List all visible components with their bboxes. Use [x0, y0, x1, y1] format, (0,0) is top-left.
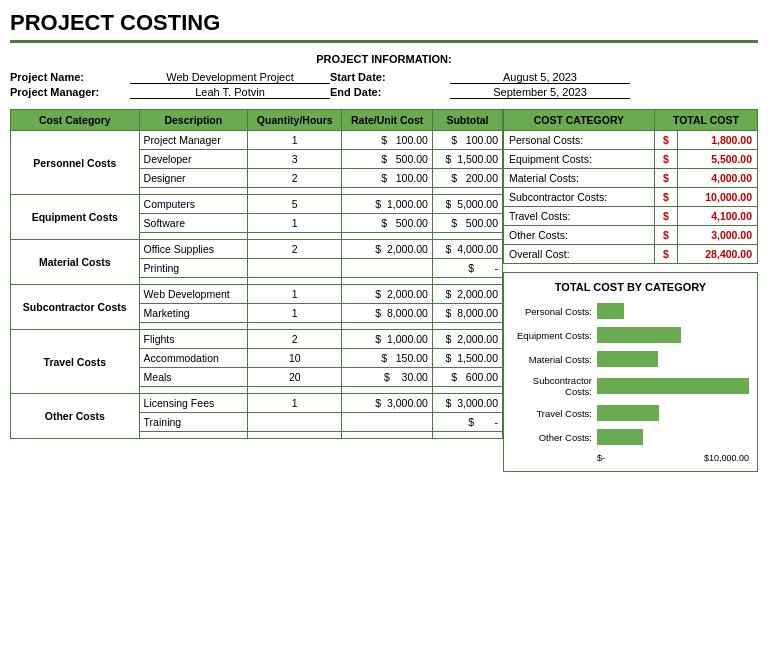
chart-bar-bg — [597, 351, 749, 367]
summary-label: Equipment Costs: — [504, 150, 655, 169]
summary-dollar: $ — [654, 207, 677, 226]
rate-cell — [342, 323, 432, 330]
summary-row-material: Material Costs: $ 4,000.00 — [504, 169, 758, 188]
axis-max: $10,000.00 — [704, 453, 749, 463]
summary-value: 4,000.00 — [678, 169, 758, 188]
summary-value: 10,000.00 — [678, 188, 758, 207]
subtotal-cell: $ 4,000.00 — [432, 240, 502, 259]
qty-cell — [248, 432, 342, 439]
chart-bar-label: Travel Costs: — [512, 408, 592, 419]
rate-cell: $ 500.00 — [342, 150, 432, 169]
summary-value: 3,000.00 — [678, 226, 758, 245]
axis-min: $- — [597, 453, 605, 463]
desc-cell — [139, 323, 247, 330]
desc-cell: Office Supplies — [139, 240, 247, 259]
cost-table: Cost Category Description Quantity/Hours… — [10, 109, 503, 439]
summary-dollar: $ — [654, 150, 677, 169]
desc-cell: Meals — [139, 368, 247, 387]
summary-value: 4,100.00 — [678, 207, 758, 226]
chart-bar-label: Equipment Costs: — [512, 330, 592, 341]
page-title: PROJECT COSTING — [10, 10, 758, 43]
rate-cell: $ 8,000.00 — [342, 304, 432, 323]
table-row: Material Costs Office Supplies 2 $ 2,000… — [11, 240, 503, 259]
qty-cell: 1 — [248, 304, 342, 323]
summary-row-other: Other Costs: $ 3,000.00 — [504, 226, 758, 245]
summary-row-travel: Travel Costs: $ 4,100.00 — [504, 207, 758, 226]
qty-cell: 10 — [248, 349, 342, 368]
chart-bar-row: Travel Costs: — [512, 405, 749, 421]
main-layout: Cost Category Description Quantity/Hours… — [10, 109, 758, 472]
rate-cell — [342, 278, 432, 285]
rate-cell: $ 100.00 — [342, 169, 432, 188]
end-date-value: September 5, 2023 — [450, 86, 630, 99]
qty-cell — [248, 188, 342, 195]
qty-cell — [248, 278, 342, 285]
category-subcontractor: Subcontractor Costs — [11, 285, 140, 330]
desc-cell — [139, 432, 247, 439]
summary-dollar: $ — [654, 188, 677, 207]
desc-cell — [139, 387, 247, 394]
rate-cell: $ 3,000.00 — [342, 394, 432, 413]
rate-cell: $ 30.00 — [342, 368, 432, 387]
qty-cell — [248, 233, 342, 240]
project-info-title: PROJECT INFORMATION: — [10, 53, 758, 65]
desc-cell: Designer — [139, 169, 247, 188]
summary-row-overall: Overall Cost: $ 28,400.00 — [504, 245, 758, 264]
desc-cell: Computers — [139, 195, 247, 214]
qty-cell: 2 — [248, 240, 342, 259]
end-date-label: End Date: — [330, 86, 450, 99]
chart-bar-label: Other Costs: — [512, 432, 592, 443]
right-section: COST CATEGORY TOTAL COST Personal Costs:… — [503, 109, 758, 472]
subtotal-cell: $ - — [432, 259, 502, 278]
subtotal-cell: $ 600.00 — [432, 368, 502, 387]
subtotal-cell: $ 5,000.00 — [432, 195, 502, 214]
category-personnel: Personnel Costs — [11, 131, 140, 195]
subtotal-cell: $ 2,000.00 — [432, 330, 502, 349]
project-name-value: Web Development Project — [130, 71, 330, 84]
table-row: Subcontractor Costs Web Development 1 $ … — [11, 285, 503, 304]
desc-cell — [139, 233, 247, 240]
category-other: Other Costs — [11, 394, 140, 439]
desc-cell: Project Manager — [139, 131, 247, 150]
summary-label: Subcontractor Costs: — [504, 188, 655, 207]
rate-cell: $ 2,000.00 — [342, 240, 432, 259]
subtotal-cell: $ 2,000.00 — [432, 285, 502, 304]
summary-row-personal: Personal Costs: $ 1,800.00 — [504, 131, 758, 150]
overall-label: Overall Cost: — [504, 245, 655, 264]
summary-label: Other Costs: — [504, 226, 655, 245]
desc-cell: Software — [139, 214, 247, 233]
chart-bar-row: Subcontractor Costs: — [512, 375, 749, 397]
summary-col-category: COST CATEGORY — [504, 110, 655, 131]
summary-row-equipment: Equipment Costs: $ 5,500.00 — [504, 150, 758, 169]
rate-cell — [342, 188, 432, 195]
desc-cell: Flights — [139, 330, 247, 349]
rate-cell: $ 150.00 — [342, 349, 432, 368]
table-row: Equipment Costs Computers 5 $ 1,000.00 $… — [11, 195, 503, 214]
subtotal-cell: $ 500.00 — [432, 214, 502, 233]
qty-cell — [248, 413, 342, 432]
rate-cell: $ 1,000.00 — [342, 195, 432, 214]
rate-cell: $ 500.00 — [342, 214, 432, 233]
summary-value: 5,500.00 — [678, 150, 758, 169]
subtotal-cell: $ - — [432, 413, 502, 432]
qty-cell: 2 — [248, 169, 342, 188]
qty-cell: 20 — [248, 368, 342, 387]
summary-dollar: $ — [654, 169, 677, 188]
rate-cell — [342, 259, 432, 278]
col-header-qty: Quantity/Hours — [248, 110, 342, 131]
start-date-value: August 5, 2023 — [450, 71, 630, 84]
subtotal-cell: $ 3,000.00 — [432, 394, 502, 413]
qty-cell: 1 — [248, 394, 342, 413]
qty-cell — [248, 387, 342, 394]
chart-bar-row: Personal Costs: — [512, 303, 749, 319]
desc-cell — [139, 188, 247, 195]
category-material: Material Costs — [11, 240, 140, 285]
chart-bar-fill — [597, 351, 658, 367]
col-header-description: Description — [139, 110, 247, 131]
chart-bar-row: Equipment Costs: — [512, 327, 749, 343]
rate-cell — [342, 432, 432, 439]
qty-cell: 1 — [248, 285, 342, 304]
rate-cell — [342, 387, 432, 394]
subtotal-cell — [432, 387, 502, 394]
subtotal-cell: $ 8,000.00 — [432, 304, 502, 323]
